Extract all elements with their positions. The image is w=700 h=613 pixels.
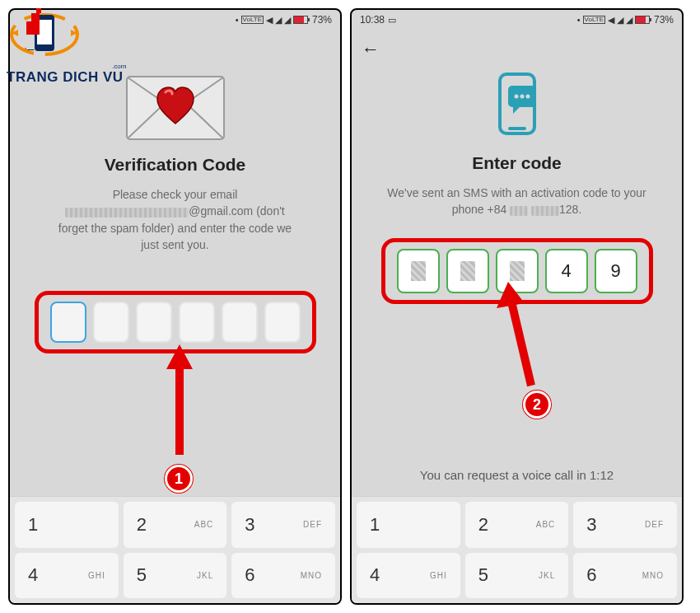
sms-phone-icon — [492, 73, 543, 138]
svg-point-16 — [520, 95, 524, 99]
lte-icon: VoLTE — [583, 16, 605, 24]
page-subtitle: We've sent an SMS with an activation cod… — [387, 185, 646, 218]
annotation-arrow-1 — [163, 344, 196, 476]
page-subtitle: Please check your email @gmail.com (don'… — [58, 186, 292, 253]
svg-point-17 — [525, 95, 530, 99]
code-digit-4[interactable] — [179, 302, 215, 343]
page-title: Enter code — [472, 153, 562, 173]
svg-rect-4 — [31, 13, 40, 21]
watermark-logo-icon — [7, 5, 82, 64]
key-5[interactable]: 5JKL — [124, 553, 227, 599]
svg-line-18 — [511, 302, 531, 386]
envelope-heart-icon — [126, 76, 225, 140]
key-5[interactable]: 5JKL — [465, 553, 569, 599]
dot-icon: • — [236, 15, 239, 25]
key-6[interactable]: 6MNO — [231, 553, 335, 599]
code-digit-5[interactable] — [222, 302, 258, 343]
key-6[interactable]: 6MNO — [573, 553, 677, 599]
key-2[interactable]: 2ABC — [465, 502, 569, 548]
code-input-highlight: 4 9 — [381, 238, 653, 304]
code-input-highlight — [35, 291, 316, 353]
battery-icon — [293, 16, 308, 24]
numeric-keypad: 1 2ABC 3DEF 4GHI 5JKL 6MNO — [352, 496, 682, 603]
annotation-bubble-2: 2 — [523, 391, 551, 419]
code-digit-6[interactable] — [264, 302, 301, 343]
code-digit-2[interactable] — [93, 302, 129, 343]
code-digit-3[interactable] — [496, 249, 539, 293]
signal-icon: ◢ — [626, 15, 632, 26]
key-4[interactable]: 4GHI — [15, 553, 119, 599]
code-digit-4[interactable]: 4 — [545, 249, 588, 293]
svg-marker-14 — [513, 105, 521, 114]
svg-rect-5 — [36, 8, 41, 13]
dot-icon: • — [577, 15, 581, 25]
code-digit-3[interactable] — [136, 302, 172, 343]
redacted-phone — [510, 206, 528, 216]
screenshot-right: 10:38 ▭ • VoLTE ◀ ◢ ◢ 73% ← — [350, 8, 684, 605]
numeric-keypad: 1 2ABC 3DEF 4GHI 5JKL 6MNO — [10, 496, 340, 603]
redacted-phone — [531, 206, 559, 216]
signal-icon: ◢ — [617, 15, 623, 26]
site-watermark: TRANG DICH VU .com — [7, 5, 138, 86]
wifi-icon: ◀ — [608, 15, 614, 26]
key-4[interactable]: 4GHI — [357, 553, 460, 599]
battery-icon — [635, 16, 650, 24]
redacted-digit — [460, 261, 475, 281]
status-bar: 10:38 ▭ • VoLTE ◀ ◢ ◢ 73% — [352, 10, 682, 30]
lte-icon: VoLTE — [241, 16, 264, 24]
key-2[interactable]: 2ABC — [124, 502, 227, 548]
redacted-email — [65, 208, 189, 218]
code-digit-2[interactable] — [446, 249, 489, 293]
status-time: 10:38 — [360, 14, 385, 26]
svg-point-15 — [514, 95, 518, 99]
redacted-digit — [510, 261, 525, 281]
svg-rect-3 — [26, 21, 40, 35]
key-1[interactable]: 1 — [15, 502, 119, 548]
redacted-digit — [411, 261, 426, 281]
back-button[interactable]: ← — [362, 39, 380, 60]
voice-call-hint: You can request a voice call in 1:12 — [352, 468, 682, 482]
key-3[interactable]: 3DEF — [231, 502, 335, 548]
screenshot-left: • VoLTE ◀ ◢ ◢ 73% ← — [8, 8, 342, 605]
annotation-bubble-1: 1 — [165, 465, 193, 493]
signal-icon: ◢ — [275, 15, 282, 26]
battery-percent: 73% — [312, 14, 332, 26]
key-3[interactable]: 3DEF — [573, 502, 677, 548]
code-digit-1[interactable] — [397, 249, 440, 293]
nav-bar: ← — [352, 30, 682, 69]
battery-percent: 73% — [654, 14, 674, 26]
key-1[interactable]: 1 — [357, 502, 460, 548]
wifi-icon: ◀ — [266, 15, 273, 26]
signal-icon: ◢ — [284, 15, 291, 26]
code-digit-1[interactable] — [50, 302, 86, 343]
page-title: Verification Code — [105, 155, 246, 175]
sms-indicator-icon: ▭ — [388, 15, 396, 26]
code-digit-5[interactable]: 9 — [595, 249, 637, 293]
